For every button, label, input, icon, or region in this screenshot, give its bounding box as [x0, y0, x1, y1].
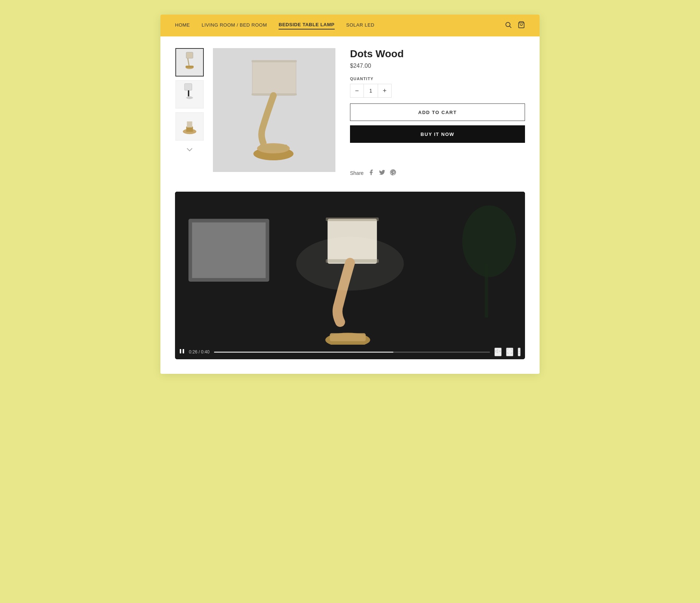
- nav-link-bedside-table-lamp[interactable]: BEDSIDE TABLE LAMP: [279, 22, 334, 30]
- nav-icons: [505, 21, 525, 30]
- lamp-svg: [234, 55, 314, 165]
- thumbnail-scroll-down[interactable]: [187, 146, 192, 153]
- pinterest-share-icon[interactable]: [390, 169, 396, 177]
- main-product-image: [213, 48, 335, 172]
- svg-rect-26: [485, 264, 488, 318]
- add-to-cart-button[interactable]: ADD TO CART: [350, 103, 525, 121]
- svg-rect-15: [187, 121, 192, 128]
- quantity-control: − 1 +: [350, 84, 392, 98]
- svg-rect-7: [186, 66, 194, 68]
- svg-point-0: [506, 22, 510, 27]
- chevron-down-icon: [187, 148, 192, 152]
- svg-rect-4: [186, 52, 193, 58]
- mute-icon: [495, 348, 501, 354]
- svg-rect-34: [183, 349, 184, 353]
- search-icon: [505, 21, 512, 28]
- svg-rect-17: [252, 60, 297, 62]
- quantity-decrease-button[interactable]: −: [350, 84, 363, 97]
- share-row: Share: [350, 169, 525, 177]
- svg-marker-35: [495, 349, 498, 353]
- fullscreen-icon: [507, 348, 513, 354]
- svg-point-25: [462, 205, 516, 277]
- thumbnail-2-image: [176, 81, 203, 108]
- thumbnail-1-image: [176, 49, 203, 76]
- product-section: Dots Wood $247.00 QUANTITY − 1 + ADD TO …: [160, 36, 540, 192]
- svg-point-11: [186, 97, 193, 99]
- nav-links: HOME LIVING ROOM / BED ROOM BEDSIDE TABL…: [175, 22, 374, 30]
- video-progress-fill: [214, 352, 393, 353]
- video-section: 0:26 / 0:40: [175, 192, 525, 359]
- svg-rect-31: [330, 333, 366, 341]
- svg-rect-33: [180, 349, 181, 353]
- product-price: $247.00: [350, 63, 525, 69]
- video-controls-bar: 0:26 / 0:40: [175, 345, 525, 359]
- thumbnail-list: [175, 48, 204, 177]
- svg-rect-16: [252, 61, 296, 95]
- video-more-button[interactable]: [518, 348, 521, 356]
- thumbnail-1[interactable]: [175, 48, 204, 77]
- buy-it-now-button[interactable]: BUY IT NOW: [350, 125, 525, 143]
- nav-link-living-room[interactable]: LIVING ROOM / BED ROOM: [202, 22, 267, 29]
- navbar: HOME LIVING ROOM / BED ROOM BEDSIDE TABL…: [160, 15, 540, 36]
- svg-point-39: [519, 351, 520, 352]
- svg-point-32: [296, 237, 404, 291]
- video-pause-button[interactable]: [179, 349, 184, 355]
- thumbnail-3-image: [176, 113, 203, 140]
- product-title: Dots Wood: [350, 48, 525, 60]
- nav-link-solar-led[interactable]: SOLAR LED: [346, 22, 374, 29]
- quantity-label: QUANTITY: [350, 77, 525, 81]
- video-mute-button[interactable]: [494, 348, 502, 356]
- video-controls-right: [494, 348, 521, 356]
- svg-line-1: [510, 26, 512, 28]
- video-fullscreen-button[interactable]: [506, 348, 513, 356]
- svg-rect-24: [192, 222, 266, 278]
- svg-rect-9: [184, 83, 192, 90]
- video-timestamp: 0:26 / 0:40: [189, 349, 210, 355]
- svg-point-38: [519, 349, 520, 350]
- svg-rect-10: [188, 90, 189, 97]
- page-wrapper: HOME LIVING ROOM / BED ROOM BEDSIDE TABL…: [160, 15, 540, 374]
- svg-point-40: [519, 353, 520, 354]
- share-label: Share: [350, 170, 363, 176]
- thumbnail-2[interactable]: [175, 80, 204, 109]
- quantity-value: 1: [363, 84, 378, 97]
- cart-button[interactable]: [518, 21, 525, 30]
- svg-rect-21: [260, 145, 287, 150]
- search-button[interactable]: [505, 21, 512, 30]
- cart-icon: [518, 21, 525, 28]
- video-progress-bar[interactable]: [214, 352, 490, 353]
- svg-rect-28: [326, 218, 379, 221]
- nav-link-home[interactable]: HOME: [175, 22, 190, 29]
- more-icon: [518, 348, 520, 354]
- twitter-share-icon[interactable]: [379, 169, 385, 177]
- thumbnail-3[interactable]: [175, 112, 204, 141]
- quantity-increase-button[interactable]: +: [378, 84, 391, 97]
- pause-icon: [179, 349, 184, 354]
- product-info: Dots Wood $247.00 QUANTITY − 1 + ADD TO …: [344, 48, 525, 177]
- video-player[interactable]: [175, 192, 525, 345]
- video-content: [175, 192, 525, 345]
- facebook-share-icon[interactable]: [368, 169, 374, 177]
